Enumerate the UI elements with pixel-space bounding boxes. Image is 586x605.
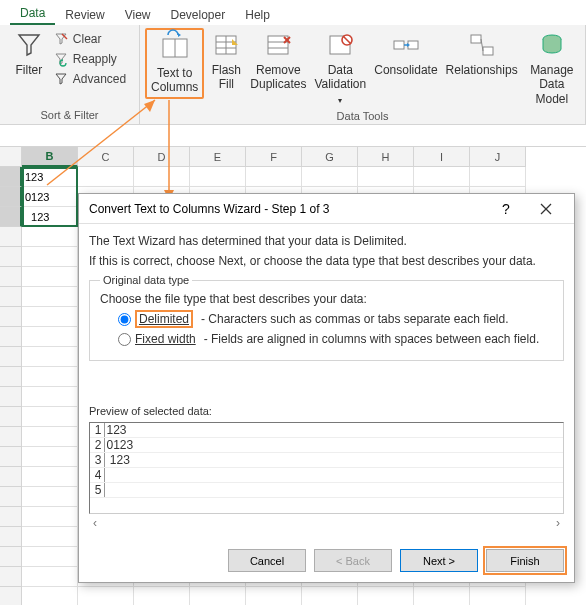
cell[interactable] [22, 487, 78, 507]
tab-help[interactable]: Help [235, 4, 280, 25]
cell[interactable] [22, 227, 78, 247]
row-header[interactable] [0, 447, 22, 467]
cell[interactable] [302, 587, 358, 605]
advanced-button[interactable]: Advanced [53, 69, 126, 89]
cell[interactable] [358, 587, 414, 605]
row-header[interactable] [0, 567, 22, 587]
row-header[interactable] [0, 167, 22, 187]
cell[interactable] [22, 247, 78, 267]
col-header-f[interactable]: F [246, 147, 302, 167]
manage-data-model-button[interactable]: Manage Data Model [522, 27, 582, 108]
cell[interactable] [22, 447, 78, 467]
cell[interactable] [134, 587, 190, 605]
cell[interactable] [22, 527, 78, 547]
cell[interactable] [302, 167, 358, 187]
cell[interactable] [22, 347, 78, 367]
row-header[interactable] [0, 547, 22, 567]
col-header-h[interactable]: H [358, 147, 414, 167]
row-header[interactable] [0, 367, 22, 387]
radio-delimited-label[interactable]: Delimited [135, 310, 193, 328]
filter-button[interactable]: Filter [9, 27, 49, 79]
cell[interactable] [190, 167, 246, 187]
reapply-button[interactable]: Reapply [53, 49, 126, 69]
row-header[interactable] [0, 327, 22, 347]
cell[interactable] [22, 267, 78, 287]
cell[interactable] [134, 167, 190, 187]
scroll-right[interactable]: › [556, 516, 560, 530]
row-header[interactable] [0, 287, 22, 307]
row-header[interactable] [0, 307, 22, 327]
tab-view[interactable]: View [115, 4, 161, 25]
radio-delimited[interactable] [118, 313, 131, 326]
preview-box[interactable]: 1123201233 12345 [89, 422, 564, 514]
row-header[interactable] [0, 467, 22, 487]
row-header[interactable] [0, 267, 22, 287]
cell[interactable] [78, 587, 134, 605]
cell[interactable] [22, 427, 78, 447]
row-header[interactable] [0, 507, 22, 527]
col-header-i[interactable]: I [414, 147, 470, 167]
radio-fixed-width[interactable] [118, 333, 131, 346]
cancel-button[interactable]: Cancel [228, 549, 306, 572]
formula-bar[interactable] [0, 125, 586, 147]
row-header[interactable] [0, 347, 22, 367]
col-header-e[interactable]: E [190, 147, 246, 167]
tab-developer[interactable]: Developer [161, 4, 236, 25]
row-header[interactable] [0, 207, 22, 227]
next-button[interactable]: Next > [400, 549, 478, 572]
cell[interactable] [22, 467, 78, 487]
cell[interactable] [190, 587, 246, 605]
cell[interactable]: 0123 [22, 187, 78, 207]
relationships-button[interactable]: Relationships [442, 27, 522, 79]
clear-button[interactable]: Clear [53, 29, 126, 49]
cell[interactable] [22, 567, 78, 587]
consolidate-button[interactable]: Consolidate [370, 27, 441, 79]
data-validation-button[interactable]: Data Validation ▾ [310, 27, 370, 108]
row-header[interactable] [0, 527, 22, 547]
flash-fill-button[interactable]: Flash Fill [206, 27, 246, 94]
help-button[interactable]: ? [486, 195, 526, 223]
col-header-j[interactable]: J [470, 147, 526, 167]
col-header-g[interactable]: G [302, 147, 358, 167]
cell[interactable] [22, 387, 78, 407]
cell[interactable] [246, 587, 302, 605]
back-button[interactable]: < Back [314, 549, 392, 572]
finish-button[interactable]: Finish [486, 549, 564, 572]
row-header[interactable] [0, 587, 22, 605]
cell[interactable] [22, 287, 78, 307]
cell[interactable] [22, 327, 78, 347]
cell[interactable]: 123 [22, 167, 78, 187]
row-header[interactable] [0, 247, 22, 267]
select-all-corner[interactable] [0, 147, 22, 167]
cell[interactable] [414, 167, 470, 187]
radio-fixed-width-label[interactable]: Fixed width [135, 332, 196, 346]
col-header-b[interactable]: B [22, 147, 78, 167]
cell[interactable] [358, 167, 414, 187]
cell[interactable]: 123 [22, 207, 78, 227]
cell[interactable] [22, 587, 78, 605]
row-header[interactable] [0, 427, 22, 447]
row-header[interactable] [0, 407, 22, 427]
cell[interactable] [78, 167, 134, 187]
cell[interactable] [22, 307, 78, 327]
scroll-left[interactable]: ‹ [93, 516, 97, 530]
cell[interactable] [414, 587, 470, 605]
col-header-c[interactable]: C [78, 147, 134, 167]
cell[interactable] [246, 167, 302, 187]
cell[interactable] [470, 167, 526, 187]
text-to-columns-button[interactable]: Text to Columns [145, 28, 204, 99]
row-header[interactable] [0, 487, 22, 507]
tab-review[interactable]: Review [55, 4, 114, 25]
close-button[interactable] [526, 195, 566, 223]
cell[interactable] [22, 407, 78, 427]
row-header[interactable] [0, 387, 22, 407]
cell[interactable] [22, 507, 78, 527]
remove-duplicates-button[interactable]: Remove Duplicates [246, 27, 310, 94]
row-header[interactable] [0, 227, 22, 247]
cell[interactable] [470, 587, 526, 605]
cell[interactable] [22, 547, 78, 567]
cell[interactable] [22, 367, 78, 387]
row-header[interactable] [0, 187, 22, 207]
col-header-d[interactable]: D [134, 147, 190, 167]
tab-data[interactable]: Data [10, 2, 55, 25]
